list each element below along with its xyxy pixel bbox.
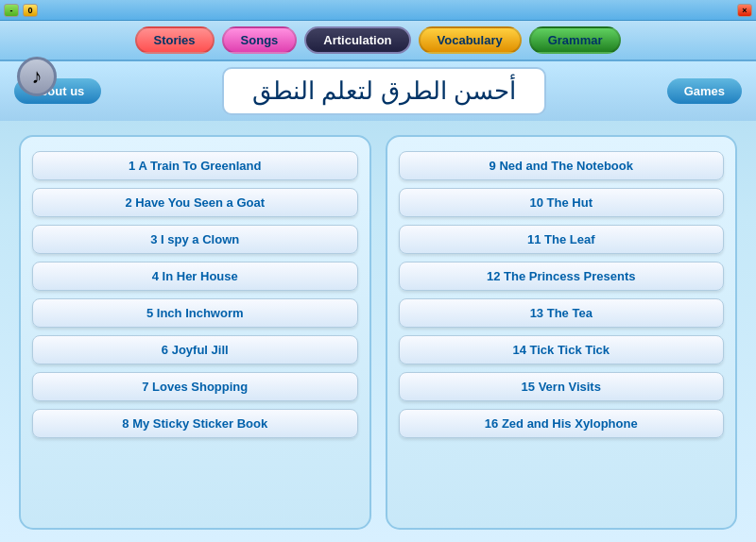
- nav-grammar-button[interactable]: Grammar: [529, 26, 622, 54]
- middle-bar: About us أحسن الطرق لتعلم النطق Games: [0, 61, 756, 121]
- left-story-item-4[interactable]: 4 In Her House: [32, 262, 358, 291]
- nav-bar: Stories Songs Articulation Vocabulary Gr…: [0, 21, 756, 61]
- content-area: 1 A Train To Greenland2 Have You Seen a …: [0, 121, 756, 542]
- minimize-button[interactable]: -: [4, 4, 19, 17]
- title-bar-controls-right: ×: [737, 4, 752, 17]
- right-story-item-13[interactable]: 13 The Tea: [399, 298, 725, 328]
- close-button[interactable]: ×: [737, 4, 752, 17]
- games-button[interactable]: Games: [667, 78, 742, 104]
- nav-articulation-button[interactable]: Articulation: [304, 26, 410, 54]
- left-story-item-6[interactable]: 6 Joyful Jill: [32, 335, 358, 364]
- app-title: أحسن الطرق لتعلم النطق: [222, 67, 546, 115]
- right-story-item-16[interactable]: 16 Zed and His Xylophone: [399, 409, 725, 438]
- left-story-item-3[interactable]: 3 I spy a Clown: [32, 225, 358, 254]
- right-list-panel: 9 Ned and The Notebook10 The Hut11 The L…: [386, 135, 738, 530]
- right-story-item-11[interactable]: 11 The Leaf: [399, 225, 725, 254]
- nav-vocabulary-button[interactable]: Vocabulary: [419, 26, 522, 54]
- left-story-item-2[interactable]: 2 Have You Seen a Goat: [32, 188, 358, 217]
- nav-songs-button[interactable]: Songs: [222, 26, 298, 54]
- left-story-item-1[interactable]: 1 A Train To Greenland: [32, 151, 358, 180]
- right-story-item-15[interactable]: 15 Vern Visits: [399, 372, 725, 401]
- title-bar: - 0 ×: [0, 0, 756, 21]
- left-story-item-8[interactable]: 8 My Sticky Sticker Book: [32, 409, 358, 438]
- left-story-item-7[interactable]: 7 Loves Shopping: [32, 372, 358, 401]
- left-story-item-5[interactable]: 5 Inch Inchworm: [32, 298, 358, 328]
- restore-button[interactable]: 0: [23, 4, 38, 17]
- left-list-panel: 1 A Train To Greenland2 Have You Seen a …: [19, 135, 371, 530]
- right-story-item-14[interactable]: 14 Tick Tick Tick: [399, 335, 725, 364]
- title-bar-controls-left: - 0: [4, 4, 38, 17]
- right-story-item-10[interactable]: 10 The Hut: [399, 188, 725, 217]
- right-story-item-9[interactable]: 9 Ned and The Notebook: [399, 151, 725, 180]
- nav-stories-button[interactable]: Stories: [135, 26, 215, 54]
- right-story-item-12[interactable]: 12 The Princess Presents: [399, 262, 725, 291]
- music-icon: ♪: [17, 57, 57, 96]
